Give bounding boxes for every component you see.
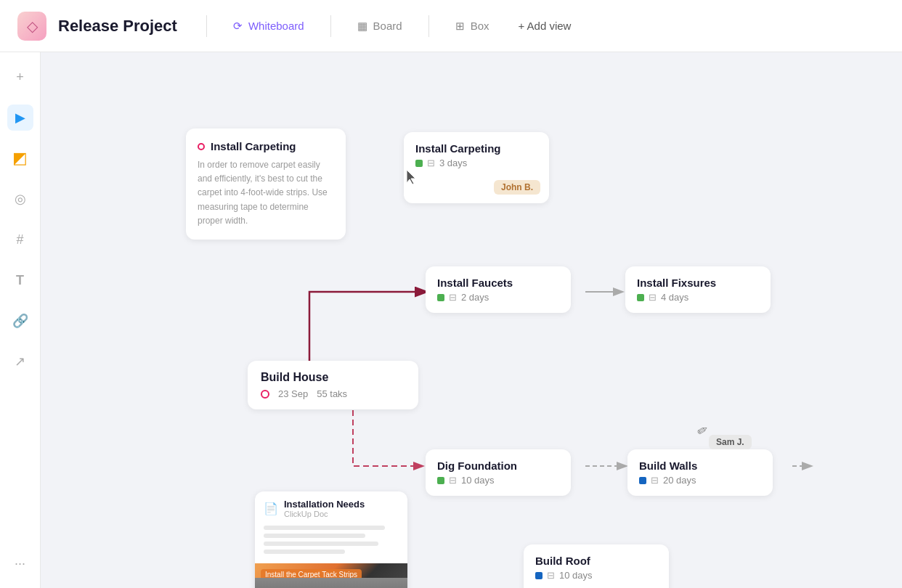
build-walls-title: Build Walls bbox=[639, 460, 761, 472]
duration-faucets: 2 days bbox=[461, 292, 489, 303]
whiteboard-icon: ⟳ bbox=[233, 20, 243, 33]
sidebar-attach-tool[interactable]: 🔗 bbox=[7, 308, 33, 334]
project-title: Release Project bbox=[58, 17, 177, 36]
dot-pink bbox=[198, 143, 205, 150]
dig-foundation-meta: ⊟ 10 days bbox=[437, 475, 559, 486]
duration-foundation: 10 days bbox=[461, 475, 495, 486]
install-carpeting-meta: ⊟ 3 days bbox=[415, 158, 537, 168]
add-view-button[interactable]: + Add view bbox=[509, 15, 580, 36]
sidebar-sticky-tool[interactable]: ◩ bbox=[7, 145, 33, 171]
duration-icon-carpeting: ⊟ bbox=[427, 158, 435, 168]
box-icon: ⊞ bbox=[455, 20, 465, 33]
build-house-tasks: 55 taks bbox=[317, 388, 347, 399]
header-divider bbox=[206, 15, 207, 37]
sidebar: + ▶ ◩ ◎ # T 🔗 ↗ ··· bbox=[0, 52, 41, 588]
duration-icon-walls: ⊟ bbox=[651, 475, 659, 486]
dot-circle-house bbox=[261, 390, 269, 399]
logo-icon: ◇ bbox=[27, 17, 38, 35]
dot-green-faucets bbox=[437, 294, 444, 301]
duration-icon-fixsures: ⊟ bbox=[649, 292, 657, 303]
install-carpeting-desc: In order to remove carpet easily and eff… bbox=[198, 158, 334, 228]
main-layout: + ▶ ◩ ◎ # T 🔗 ↗ ··· bbox=[0, 52, 902, 588]
cursor bbox=[404, 168, 418, 189]
header-divider-3 bbox=[428, 15, 429, 37]
duration-carpeting: 3 days bbox=[439, 158, 467, 168]
dot-green-carpeting bbox=[415, 160, 423, 167]
sidebar-play-tool[interactable]: ▶ bbox=[7, 105, 33, 131]
install-fixsures-meta: ⊟ 4 days bbox=[637, 292, 759, 303]
duration-fixsures: 4 days bbox=[661, 292, 688, 303]
build-roof-meta: ⊟ 10 days bbox=[535, 570, 657, 581]
dig-foundation-title: Dig Foundation bbox=[437, 460, 559, 472]
board-icon: ▦ bbox=[357, 20, 367, 33]
build-walls-meta: ⊟ 20 days bbox=[639, 475, 761, 486]
app-logo: ◇ bbox=[17, 12, 46, 41]
doc-subtitle: ClickUp Doc bbox=[284, 510, 365, 518]
install-faucets-meta: ⊟ 2 days bbox=[437, 292, 559, 303]
dot-green-fixsures bbox=[637, 294, 644, 301]
duration-roof: 10 days bbox=[559, 570, 593, 581]
doc-lines bbox=[255, 526, 407, 563]
build-roof-title: Build Roof bbox=[535, 555, 657, 567]
install-carpeting-expanded-title: Install Carpeting bbox=[211, 140, 296, 152]
header: ◇ Release Project ⟳ Whiteboard ▦ Board ⊞… bbox=[0, 0, 902, 52]
install-carpeting-expanded-card[interactable]: Install Carpeting In order to remove car… bbox=[186, 128, 346, 240]
add-view-label: + Add view bbox=[518, 20, 571, 32]
duration-icon-roof: ⊟ bbox=[547, 570, 555, 581]
sidebar-more-tool[interactable]: ··· bbox=[7, 550, 33, 576]
sidebar-globe-tool[interactable]: ◎ bbox=[7, 186, 33, 212]
doc-icon: 📄 bbox=[264, 502, 278, 515]
doc-title: Installation Needs bbox=[284, 499, 365, 510]
dot-blue-roof bbox=[535, 572, 543, 579]
sam-tag: Sam J. bbox=[709, 435, 752, 449]
nav-box[interactable]: ⊞ Box bbox=[447, 15, 498, 37]
john-tag: John B. bbox=[494, 180, 540, 195]
box-label: Box bbox=[471, 20, 489, 32]
sidebar-add-tool[interactable]: + bbox=[7, 64, 33, 90]
build-house-title: Build House bbox=[261, 371, 405, 384]
doc-image: Install the Carpet Tack Strips bbox=[255, 563, 407, 588]
dot-green-foundation bbox=[437, 477, 444, 484]
install-carpeting-compact-title: Install Carpeting bbox=[415, 142, 537, 155]
sam-tag-container: Sam J. bbox=[709, 435, 752, 449]
sidebar-text-tool[interactable]: T bbox=[7, 267, 33, 293]
build-house-meta: 23 Sep 55 taks bbox=[261, 388, 405, 399]
sidebar-grid-tool[interactable]: # bbox=[7, 226, 33, 253]
install-fixsures-title: Install Fixsures bbox=[637, 277, 759, 289]
header-divider-2 bbox=[330, 15, 331, 37]
canvas[interactable]: Install Carpeting In order to remove car… bbox=[41, 52, 902, 588]
nav-board[interactable]: ▦ Board bbox=[349, 15, 411, 37]
board-label: Board bbox=[373, 20, 402, 32]
duration-icon-foundation: ⊟ bbox=[449, 475, 457, 486]
duration-walls: 20 days bbox=[663, 475, 696, 486]
sidebar-arrow-tool[interactable]: ↗ bbox=[7, 348, 33, 375]
dot-blue-walls bbox=[639, 477, 646, 484]
whiteboard-label: Whiteboard bbox=[248, 20, 304, 32]
nav-whiteboard[interactable]: ⟳ Whiteboard bbox=[224, 15, 313, 37]
duration-icon-faucets: ⊟ bbox=[449, 292, 457, 303]
install-faucets-title: Install Faucets bbox=[437, 277, 559, 289]
build-house-date: 23 Sep bbox=[278, 388, 308, 399]
